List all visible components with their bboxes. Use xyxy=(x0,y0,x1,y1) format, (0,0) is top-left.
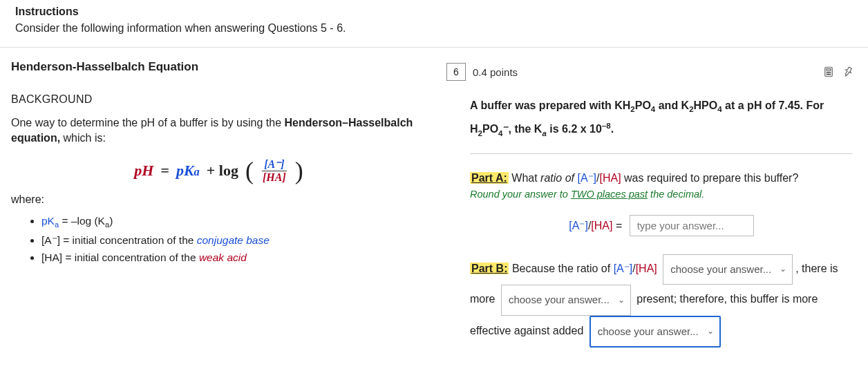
svg-point-3 xyxy=(828,72,829,73)
instructions-text: Consider the following information when … xyxy=(15,22,868,35)
ratio-input[interactable] xyxy=(630,215,754,236)
eq-pka: pKa xyxy=(176,162,200,180)
eq-rparen: ) xyxy=(295,158,303,183)
eq-numerator: [A⁻] xyxy=(262,158,286,171)
intro-text-a: One way to determine the pH of a buffer … xyxy=(11,117,284,129)
def-pka-term: pKa xyxy=(41,215,59,227)
eq-ph: pH xyxy=(134,162,153,180)
eq-pka-k: K xyxy=(184,162,194,179)
eq-pka-a: a xyxy=(194,165,200,178)
part-b-dropdown-3[interactable]: choose your answer... ⌄ xyxy=(589,316,721,348)
weak-acid-term: weak acid xyxy=(199,251,247,263)
part-b-block: Part B: Because the ratio of [A⁻]/[HA] c… xyxy=(470,254,853,348)
eq-lparen: ( xyxy=(245,158,254,183)
where-label: where: xyxy=(11,193,426,206)
hh-equation: pH = pKa + log ( [A⁻] [HA] ) xyxy=(11,158,426,184)
eq-denominator: [HA] xyxy=(261,171,288,184)
question-number: 6 xyxy=(446,63,466,81)
part-a-question: Part A: What ratio of [A⁻]/[HA] was requ… xyxy=(470,169,853,187)
svg-point-5 xyxy=(827,74,827,75)
eq-equals: = xyxy=(160,162,169,180)
def-pka: pKa = –log (Ka) xyxy=(41,213,426,231)
chevron-down-icon: ⌄ xyxy=(707,322,714,341)
part-b-dropdown-2[interactable]: choose your answer... ⌄ xyxy=(501,285,631,316)
instructions-title: Instructions xyxy=(15,6,868,18)
calculator-icon[interactable] xyxy=(822,66,835,78)
background-intro: One way to determine the pH of a buffer … xyxy=(11,115,426,145)
question-prompt-line1: A buffer was prepared with KH2PO4 and K2… xyxy=(470,97,853,116)
eq-fraction: [A⁻] [HA] xyxy=(261,158,288,184)
ratio-equals: = xyxy=(612,220,625,231)
part-a-answer-row: [A⁻]/[HA] = xyxy=(470,215,853,236)
svg-point-6 xyxy=(828,74,829,75)
question-points: 0.4 points xyxy=(473,66,815,78)
question-prompt-line2: H2PO4⁻, the Ka is 6.2 x 10–8. xyxy=(470,120,853,140)
equation-title: Henderson-Hasselbalch Equation xyxy=(11,60,426,74)
svg-point-4 xyxy=(830,72,831,73)
eq-plus-log: + log xyxy=(207,162,238,180)
eq-pka-p: p xyxy=(176,162,184,179)
chevron-down-icon: ⌄ xyxy=(618,291,625,310)
question-header: 6 0.4 points xyxy=(442,48,868,86)
part-a-hint: Round your answer to TWO places past the… xyxy=(470,189,853,200)
chevron-down-icon: ⌄ xyxy=(780,260,786,279)
ratio-ha: [HA] xyxy=(591,220,612,231)
instructions-block: Instructions Consider the following info… xyxy=(0,0,868,48)
dropdown-placeholder: choose your answer... xyxy=(598,320,699,344)
conjugate-base-term: conjugate base xyxy=(197,234,270,246)
def-ha: [HA] = initial concentration of the weak… xyxy=(41,249,426,265)
pin-icon[interactable] xyxy=(842,66,854,78)
part-a-label: Part A: xyxy=(470,172,509,184)
intro-text-b: which is: xyxy=(60,132,106,144)
question-panel: 6 0.4 points A buffer was prepared with … xyxy=(442,48,868,354)
dropdown-placeholder: choose your answer... xyxy=(670,258,771,282)
divider xyxy=(470,153,853,154)
svg-point-7 xyxy=(830,74,831,75)
reference-panel: Henderson-Hasselbalch Equation BACKGROUN… xyxy=(0,48,442,354)
definition-list: pKa = –log (Ka) [A⁻] = initial concentra… xyxy=(41,213,426,265)
svg-rect-1 xyxy=(827,69,831,70)
part-b-label: Part B: xyxy=(470,263,509,274)
svg-point-2 xyxy=(827,72,827,73)
dropdown-placeholder: choose your answer... xyxy=(509,288,610,312)
def-a-minus: [A⁻] = initial concentration of the conj… xyxy=(41,232,426,248)
part-b-dropdown-1[interactable]: choose your answer... ⌄ xyxy=(663,254,793,285)
ratio-a: [A⁻] xyxy=(569,220,588,231)
background-label: BACKGROUND xyxy=(11,93,426,106)
